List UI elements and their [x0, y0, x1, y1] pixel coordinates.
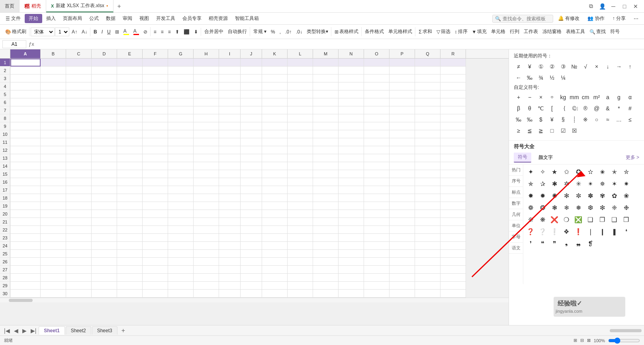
- row-header-4[interactable]: 4: [0, 82, 10, 90]
- custom-symbol-item[interactable]: ×: [536, 92, 546, 102]
- cell[interactable]: [339, 106, 364, 114]
- cell[interactable]: [92, 74, 117, 82]
- cell[interactable]: [440, 194, 466, 202]
- cell[interactable]: [219, 282, 241, 290]
- cell[interactable]: [194, 122, 219, 130]
- cell[interactable]: [415, 114, 440, 122]
- custom-symbol-item[interactable]: +: [514, 92, 523, 102]
- cell[interactable]: [41, 226, 66, 234]
- recent-symbol-item[interactable]: ×: [592, 62, 601, 71]
- search-box[interactable]: 🔍: [492, 15, 553, 23]
- cell[interactable]: [364, 226, 390, 234]
- align-middle-button[interactable]: ⬛: [182, 28, 192, 36]
- custom-symbol-item[interactable]: ≦: [525, 126, 534, 135]
- cell[interactable]: [219, 74, 241, 82]
- symbol-grid-item[interactable]: ❖: [561, 226, 572, 237]
- symbol-grid-item[interactable]: ❘: [585, 226, 596, 237]
- cell[interactable]: [66, 98, 92, 106]
- cell[interactable]: [41, 282, 66, 290]
- cell[interactable]: [168, 162, 194, 170]
- italic-button[interactable]: I: [100, 28, 105, 36]
- view-normal-icon[interactable]: ⊞: [574, 338, 577, 343]
- row-header-15[interactable]: 15: [0, 170, 10, 178]
- cell[interactable]: [288, 106, 313, 114]
- row-header-29[interactable]: 29: [0, 282, 10, 290]
- cell[interactable]: [219, 122, 241, 130]
- cell[interactable]: [168, 274, 194, 282]
- cell[interactable]: [194, 234, 219, 242]
- cell[interactable]: [168, 82, 194, 90]
- cell[interactable]: [339, 162, 364, 170]
- recent-symbol-item[interactable]: ‰: [525, 73, 534, 82]
- cell[interactable]: [415, 170, 440, 178]
- cell[interactable]: [288, 250, 313, 258]
- cell[interactable]: [262, 82, 288, 90]
- cell[interactable]: [117, 266, 143, 274]
- recent-symbol-item[interactable]: ½: [547, 73, 557, 82]
- cell[interactable]: [41, 154, 66, 162]
- custom-symbol-item[interactable]: §: [558, 115, 568, 124]
- cell[interactable]: [415, 154, 440, 162]
- custom-symbol-item[interactable]: ☑: [558, 126, 568, 135]
- cell[interactable]: [92, 194, 117, 202]
- cell[interactable]: [440, 67, 466, 74]
- cell[interactable]: [288, 258, 313, 266]
- cell[interactable]: [339, 194, 364, 202]
- symbol-grid-item[interactable]: ❓: [525, 226, 536, 237]
- cell[interactable]: [313, 226, 339, 234]
- cell[interactable]: [339, 282, 364, 290]
- cell[interactable]: [390, 258, 415, 266]
- cell[interactable]: [219, 194, 241, 202]
- cell[interactable]: [241, 170, 262, 178]
- percent-button[interactable]: %: [269, 28, 277, 36]
- cell[interactable]: [313, 210, 339, 218]
- cell[interactable]: [168, 67, 194, 74]
- symbol-grid-item[interactable]: ✶: [609, 178, 620, 189]
- symbol-grid-item[interactable]: ❆: [585, 202, 596, 213]
- symbol-grid-item[interactable]: ❑: [609, 214, 620, 225]
- cell[interactable]: [143, 210, 168, 218]
- cell[interactable]: [168, 282, 194, 290]
- cell[interactable]: [41, 234, 66, 242]
- recent-symbol-item[interactable]: ↓: [603, 62, 613, 71]
- cell[interactable]: [440, 98, 466, 106]
- cell[interactable]: [41, 162, 66, 170]
- symbol-grid-item[interactable]: ✰: [537, 178, 548, 189]
- symbol-grid-item[interactable]: ❃: [549, 202, 560, 213]
- custom-symbol-item[interactable]: ┊: [570, 115, 579, 124]
- cell[interactable]: [117, 218, 143, 226]
- table-format-button[interactable]: ⊞表格样式: [333, 27, 360, 36]
- menu-smart[interactable]: 智能工具箱: [232, 14, 262, 23]
- cell[interactable]: [66, 250, 92, 258]
- cell[interactable]: [241, 194, 262, 202]
- cell[interactable]: [440, 210, 466, 218]
- cell[interactable]: [41, 59, 66, 67]
- row-header-14[interactable]: 14: [0, 162, 10, 170]
- cell[interactable]: [92, 162, 117, 170]
- symbol-category-item[interactable]: 字母: [509, 231, 523, 243]
- cell[interactable]: [313, 250, 339, 258]
- custom-symbol-item[interactable]: [: [547, 104, 557, 113]
- menu-pagelayout[interactable]: 页面布局: [60, 14, 85, 23]
- cell[interactable]: [415, 67, 440, 74]
- cell[interactable]: [219, 170, 241, 178]
- cell[interactable]: [415, 90, 440, 98]
- cell[interactable]: [288, 114, 313, 122]
- custom-symbol-item[interactable]: ®: [581, 104, 590, 113]
- cell-style-button[interactable]: 单元格样式: [386, 27, 414, 36]
- menu-file[interactable]: ☰ 文件: [2, 14, 24, 23]
- row-header-7[interactable]: 7: [0, 106, 10, 114]
- col-header-A[interactable]: A: [10, 49, 41, 58]
- cell[interactable]: [143, 274, 168, 282]
- cell[interactable]: [262, 226, 288, 234]
- cell[interactable]: [241, 250, 262, 258]
- single-cell-button[interactable]: 单元格: [489, 27, 507, 36]
- cell[interactable]: [364, 114, 390, 122]
- more-options[interactable]: ⋯: [630, 15, 642, 23]
- cell[interactable]: [440, 234, 466, 242]
- cell[interactable]: [339, 250, 364, 258]
- view-pagebreak-icon[interactable]: ⊟: [580, 338, 584, 343]
- cell[interactable]: [10, 258, 41, 266]
- row-header-20[interactable]: 20: [0, 210, 10, 218]
- cell[interactable]: [262, 74, 288, 82]
